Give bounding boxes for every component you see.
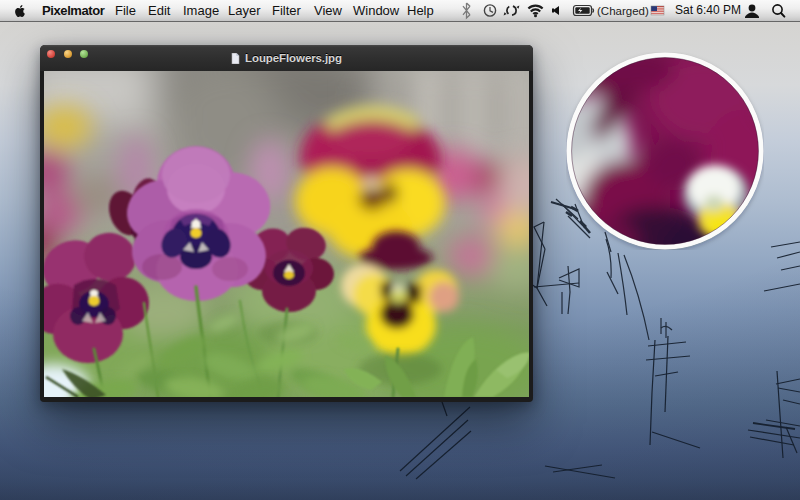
- svg-text:(Charged): (Charged): [597, 5, 649, 17]
